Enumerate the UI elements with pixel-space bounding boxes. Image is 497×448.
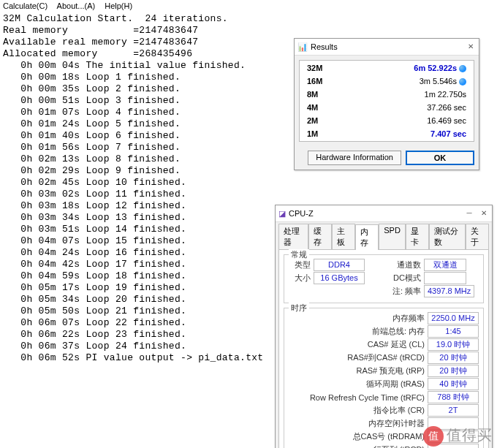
- menu-help[interactable]: Help(H): [105, 1, 132, 10]
- tab-6[interactable]: 测试分数: [429, 224, 466, 249]
- tab-0[interactable]: 处理器: [278, 224, 308, 249]
- size-value: 16 GBytes: [314, 272, 365, 284]
- timing-row: CAS# 延迟 (CL)19.0 时钟: [289, 338, 479, 351]
- timing-row: RAS#到CAS# (tRCD)20 时钟: [289, 352, 479, 364]
- dcmode-label: DC模式: [387, 273, 421, 284]
- menu-bar: Calculate(C) About...(A) Help(H): [0, 0, 497, 12]
- type-label: 类型: [289, 259, 311, 270]
- ok-button[interactable]: OK: [406, 151, 474, 165]
- timing-row: 循环周期 (tRAS)40 时钟: [289, 378, 479, 390]
- ncfreq-value: 4397.8 MHz: [424, 285, 474, 297]
- tab-7[interactable]: 关于: [466, 224, 489, 249]
- timing-row: Row Refresh Cycle Time (tRFC)788 时钟: [289, 391, 479, 403]
- globe-icon: [459, 65, 466, 72]
- globe-icon: [459, 78, 466, 86]
- timing-row: 内存频率2250.0 MHz: [289, 312, 479, 324]
- cpuz-window: ◪ CPU-Z ─ ✕ 处理器缓存主板内存SPD显卡测试分数关于 常规 类型DD…: [275, 205, 493, 448]
- menu-calculate[interactable]: Calculate(C): [3, 1, 48, 10]
- watermark: 值值得买: [423, 425, 493, 447]
- table-row: 4M37.266 sec: [301, 102, 472, 113]
- dcmode-value: [424, 272, 466, 284]
- timings-legend: 时序: [289, 303, 309, 314]
- tab-5[interactable]: 显卡: [406, 224, 429, 249]
- timing-row: RAS# 预充电 (tRP)20 时钟: [289, 365, 479, 377]
- table-row: 8M1m 22.750s: [301, 88, 472, 100]
- table-row: 2M16.469 sec: [301, 115, 472, 126]
- ncfreq-label: 注: 频率: [387, 286, 421, 297]
- tab-3[interactable]: 内存: [355, 224, 379, 250]
- cpuz-icon: ◪: [278, 209, 286, 219]
- results-icon: 📊: [297, 42, 308, 52]
- cpuz-tabs: 处理器缓存主板内存SPD显卡测试分数关于: [276, 222, 492, 249]
- results-window: 📊 Results ✕ 32M6m 52.922s16M3m 5.546s8M1…: [294, 38, 479, 170]
- table-row: 1M7.407 sec: [301, 128, 472, 140]
- results-table: 32M6m 52.922s16M3m 5.546s8M1m 22.750s4M3…: [299, 60, 474, 142]
- table-row: 16M3m 5.546s: [301, 75, 472, 87]
- general-legend: 常规: [289, 249, 309, 260]
- tab-2[interactable]: 主板: [332, 224, 355, 249]
- hardware-info-button[interactable]: Hardware Information: [308, 151, 401, 165]
- close-icon[interactable]: ✕: [479, 208, 489, 219]
- timing-row: 指令比率 (CR)2T: [289, 404, 479, 417]
- results-titlebar[interactable]: 📊 Results ✕: [295, 39, 479, 56]
- timing-row: 前端总线: 内存1:45: [289, 325, 479, 338]
- minimize-icon[interactable]: ─: [464, 208, 474, 219]
- cpuz-title: CPU-Z: [286, 209, 460, 218]
- channels-label: 通道数: [387, 259, 421, 270]
- close-icon[interactable]: ✕: [466, 42, 476, 52]
- table-row: 32M6m 52.922s: [301, 62, 472, 74]
- tab-1[interactable]: 缓存: [308, 224, 332, 249]
- results-title: Results: [308, 42, 461, 51]
- tab-4[interactable]: SPD: [379, 224, 406, 249]
- type-value: DDR4: [314, 259, 365, 271]
- menu-about[interactable]: About...(A): [57, 1, 96, 10]
- cpuz-titlebar[interactable]: ◪ CPU-Z ─ ✕: [276, 205, 492, 222]
- general-fieldset: 常规 类型DDR4 大小16 GBytes 通道数双通道 DC模式 注: 频率4…: [284, 254, 484, 303]
- channels-value: 双通道: [424, 259, 466, 271]
- size-label: 大小: [289, 273, 311, 284]
